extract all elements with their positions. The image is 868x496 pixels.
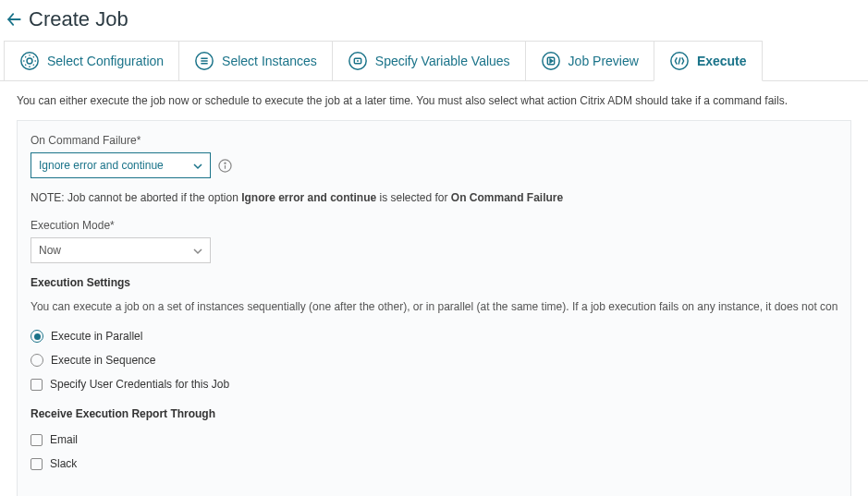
variable-icon xyxy=(348,51,368,71)
tab-label: Select Configuration xyxy=(47,54,164,68)
list-icon xyxy=(194,51,214,71)
wizard-tabs: Select Configuration Select Instances Sp… xyxy=(0,41,868,81)
execute-icon xyxy=(669,51,690,71)
checkbox-label: Email xyxy=(50,433,78,446)
checkbox-label: Slack xyxy=(50,457,77,470)
radio-label: Execute in Parallel xyxy=(51,330,142,343)
select-value: Now xyxy=(39,244,61,257)
execution-settings-desc: You can execute a job on a set of instan… xyxy=(31,300,837,313)
execution-settings-title: Execution Settings xyxy=(31,276,837,289)
tab-execute[interactable]: Execute xyxy=(654,41,763,81)
intro-text: You can either execute the job now or sc… xyxy=(17,94,851,107)
tab-label: Job Preview xyxy=(568,54,639,68)
select-value: Ignore error and continue xyxy=(39,159,164,172)
radio-label: Execute in Sequence xyxy=(51,354,155,367)
checkbox-icon xyxy=(31,434,43,446)
gear-icon xyxy=(19,51,40,71)
checkbox-icon xyxy=(31,379,43,391)
on-command-failure-select[interactable]: Ignore error and continue xyxy=(31,152,211,178)
preview-icon xyxy=(541,51,561,71)
radio-execute-sequence[interactable]: Execute in Sequence xyxy=(31,354,837,367)
chevron-down-icon xyxy=(193,161,202,170)
tab-select-configuration[interactable]: Select Configuration xyxy=(4,41,179,80)
radio-execute-parallel[interactable]: Execute in Parallel xyxy=(31,330,837,343)
tab-label: Select Instances xyxy=(222,54,317,68)
svg-point-1 xyxy=(27,58,32,64)
report-title: Receive Execution Report Through xyxy=(31,407,837,420)
tab-label: Specify Variable Values xyxy=(375,54,510,68)
tab-label: Execute xyxy=(697,54,747,68)
checkbox-label: Specify User Credentials for this Job xyxy=(50,378,229,391)
tab-specify-variable-values[interactable]: Specify Variable Values xyxy=(332,41,526,80)
execution-mode-select[interactable]: Now xyxy=(31,237,211,263)
tab-select-instances[interactable]: Select Instances xyxy=(178,41,333,80)
note-text: NOTE: Job cannot be aborted if the optio… xyxy=(31,191,837,204)
on-command-failure-label: On Command Failure* xyxy=(31,134,837,147)
chevron-down-icon xyxy=(193,246,202,255)
page-title: Create Job xyxy=(29,7,128,31)
back-arrow-icon[interactable] xyxy=(5,10,23,29)
checkbox-email[interactable]: Email xyxy=(31,433,837,446)
execution-mode-label: Execution Mode* xyxy=(31,219,837,232)
checkbox-icon xyxy=(31,458,43,470)
execute-panel: On Command Failure* Ignore error and con… xyxy=(17,120,851,496)
tab-job-preview[interactable]: Job Preview xyxy=(525,41,654,80)
checkbox-slack[interactable]: Slack xyxy=(31,457,837,470)
checkbox-specify-credentials[interactable]: Specify User Credentials for this Job xyxy=(31,378,837,391)
radio-icon xyxy=(31,330,43,343)
radio-icon xyxy=(31,354,43,367)
svg-point-9 xyxy=(225,163,226,163)
info-icon[interactable] xyxy=(218,159,232,173)
